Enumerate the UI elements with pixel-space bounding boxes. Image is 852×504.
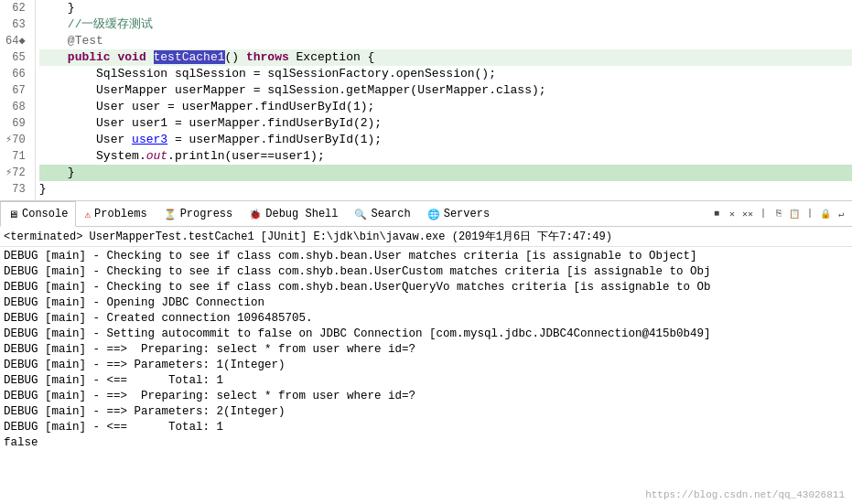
code-line-63: //一级缓存测试	[39, 16, 852, 33]
code-line-67: UserMapper userMapper = sqlSession.getMa…	[39, 82, 852, 99]
problems-tab-label: Problems	[94, 208, 147, 220]
search-tab-label: Search	[371, 208, 410, 220]
console-output[interactable]: DEBUG [main] - Checking to see if class …	[0, 247, 852, 495]
line-num-64: 64◆	[5, 33, 29, 49]
code-content[interactable]: } //一级缓存测试 @Test public void testCache1(…	[36, 0, 852, 200]
console-tabs: 🖥 Console ⚠ Problems ⏳ Progress 🐞 Debug …	[0, 201, 709, 227]
line-num-62: 62	[5, 0, 29, 16]
code-line-66: SqlSession sqlSession = sqlSessionFactor…	[39, 66, 852, 82]
console-line-10: DEBUG [main] - ==> Preparing: select * f…	[4, 389, 848, 404]
console-tab-label: Console	[22, 208, 68, 220]
console-icon: 🖥	[8, 209, 18, 220]
line-num-63: 63	[5, 16, 29, 33]
console-area: 🖥 Console ⚠ Problems ⏳ Progress 🐞 Debug …	[0, 201, 852, 495]
separator2: |	[803, 207, 817, 221]
code-line-64: @Test	[39, 33, 852, 49]
problems-icon: ⚠	[84, 209, 91, 220]
debug-shell-tab-label: Debug Shell	[265, 208, 338, 220]
progress-tab-label: Progress	[180, 208, 233, 220]
line-num-69: 69	[5, 115, 29, 132]
line-num-70: ⚡70	[5, 132, 29, 148]
servers-tab-label: Servers	[444, 208, 490, 220]
terminated-text: <terminated> UserMapperTest.testCache1 […	[4, 231, 612, 243]
code-line-62: }	[39, 0, 852, 16]
line-num-67: 67	[5, 82, 29, 99]
word-wrap-button[interactable]: ↵	[834, 207, 848, 221]
code-line-69: User user1 = userMapper.findUserById(2);	[39, 115, 852, 132]
console-line-2: DEBUG [main] - Checking to see if class …	[4, 264, 848, 280]
separator1: |	[756, 207, 771, 221]
line-num-71: 71	[5, 148, 29, 165]
console-line-6: DEBUG [main] - Setting autocommit to fal…	[4, 327, 848, 342]
code-line-65: public void testCache1() throws Exceptio…	[39, 49, 852, 66]
watermark: https://blog.csdn.net/qq_43026811	[645, 489, 845, 500]
console-line-11: DEBUG [main] - ==> Parameters: 2(Integer…	[4, 404, 848, 420]
code-line-73: }	[39, 181, 852, 198]
tab-problems[interactable]: ⚠ Problems	[76, 201, 155, 227]
code-line-70: User user3 = userMapper.findUserById(1);	[39, 132, 852, 148]
scroll-lock-button[interactable]: 🔒	[818, 207, 833, 221]
code-editor: 62 63 64◆ 65 66 67 68 69 ⚡70 71 ⚡72 73 }…	[0, 0, 852, 201]
console-line-3: DEBUG [main] - Checking to see if class …	[4, 280, 848, 295]
terminated-bar: <terminated> UserMapperTest.testCache1 […	[0, 227, 852, 247]
remove-launch-button[interactable]: ✕	[725, 207, 739, 221]
tab-console[interactable]: 🖥 Console	[0, 201, 76, 227]
console-line-4: DEBUG [main] - Opening JDBC Connection	[4, 295, 848, 311]
code-line-71: System.out.println(user==user1);	[39, 148, 852, 165]
stop-button[interactable]: ■	[709, 207, 724, 221]
code-line-68: User user = userMapper.findUserById(1);	[39, 99, 852, 115]
console-header: 🖥 Console ⚠ Problems ⏳ Progress 🐞 Debug …	[0, 201, 852, 227]
servers-icon: 🌐	[427, 209, 440, 220]
line-num-68: 68	[5, 99, 29, 115]
tab-servers[interactable]: 🌐 Servers	[419, 201, 498, 227]
console-line-1: DEBUG [main] - Checking to see if class …	[4, 249, 848, 264]
line-num-73: 73	[5, 181, 29, 198]
tab-search[interactable]: 🔍 Search	[346, 201, 418, 227]
console-line-5: DEBUG [main] - Created connection 109648…	[4, 311, 848, 327]
console-line-12: DEBUG [main] - <== Total: 1	[4, 420, 848, 435]
console-line-9: DEBUG [main] - <== Total: 1	[4, 373, 848, 389]
copy-button[interactable]: ⎘	[771, 207, 786, 221]
line-num-66: 66	[5, 66, 29, 82]
line-num-72: ⚡72	[5, 165, 29, 181]
tab-progress[interactable]: ⏳ Progress	[156, 201, 242, 227]
debug-shell-icon: 🐞	[249, 209, 262, 220]
console-line-7: DEBUG [main] - ==> Preparing: select * f…	[4, 342, 848, 358]
line-numbers: 62 63 64◆ 65 66 67 68 69 ⚡70 71 ⚡72 73	[0, 0, 36, 200]
console-line-13: false	[4, 435, 848, 451]
paste-button[interactable]: 📋	[787, 207, 802, 221]
search-icon: 🔍	[354, 209, 367, 220]
code-line-72: }	[39, 165, 852, 181]
line-num-65: 65	[5, 49, 29, 66]
tab-debug-shell[interactable]: 🐞 Debug Shell	[241, 201, 346, 227]
console-toolbar: ■ ✕ ✕✕ | ⎘ 📋 | 🔒 ↵	[709, 207, 852, 221]
progress-icon: ⏳	[164, 209, 177, 220]
remove-all-button[interactable]: ✕✕	[740, 207, 755, 221]
console-line-8: DEBUG [main] - ==> Parameters: 1(Integer…	[4, 358, 848, 373]
